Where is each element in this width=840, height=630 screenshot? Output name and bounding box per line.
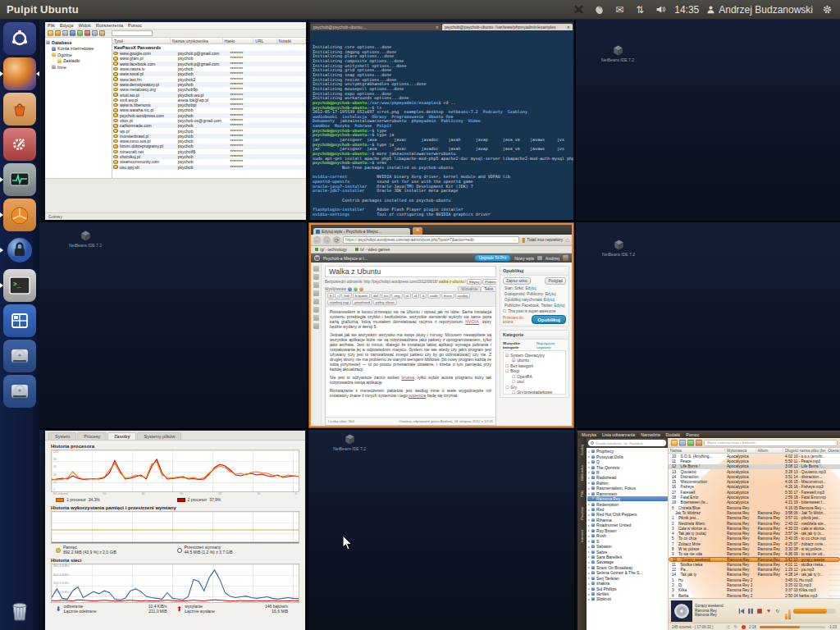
expander-icon[interactable]: ▸ <box>588 528 590 532</box>
track-row[interactable]: 1 HuRamona Rey 23:45 01 Hu.mp3☆☆☆☆☆ <box>669 578 840 582</box>
quicktag-button[interactable]: img <box>391 293 402 299</box>
track-row[interactable]: 9 To się nie udaRamona ReyRamona Rey4:36… <box>669 552 840 557</box>
menu-item[interactable]: Pomoc <box>686 432 699 437</box>
add-file-icon[interactable] <box>671 440 678 446</box>
save-database-icon[interactable] <box>62 30 68 36</box>
home-icon[interactable]: ⌂ <box>565 237 569 244</box>
col-name[interactable]: Nazwa <box>669 449 725 453</box>
new-database-icon[interactable] <box>48 30 53 36</box>
expander-icon[interactable]: ▸ <box>588 576 590 580</box>
track-rating[interactable]: ☆☆☆☆☆ <box>826 568 840 572</box>
new-post-button[interactable]: Nowy wpis <box>514 256 534 261</box>
add-audio-icon[interactable] <box>359 287 363 291</box>
delete-entry-icon[interactable] <box>84 30 90 36</box>
wordpress-logo-icon[interactable]: W <box>314 255 320 261</box>
track-row[interactable]: 5 To co chcęRamona ReyRamona Rey3:40 05 … <box>669 536 840 541</box>
track-row[interactable]: 18 Fatal ErrorApocalyptica2:59 18 - Fata… <box>669 495 840 500</box>
terminal-tab-1[interactable]: psychob@psychob-ubuntu:...✕ <box>311 24 441 30</box>
workspace-6[interactable]: NetBeans IDE 7.2 <box>576 222 840 428</box>
side-tab[interactable]: Playlisty <box>580 507 584 520</box>
menu-item[interactable]: Muzyka <box>582 432 596 437</box>
track-rating[interactable]: ☆☆☆☆☆ <box>826 563 840 567</box>
menu-item[interactable]: Plik <box>48 23 55 28</box>
expander-icon[interactable]: ▸ <box>588 523 590 527</box>
track-row[interactable]: 11 Słodka rzekaRamona ReyRamona Rey4:01 … <box>669 562 840 567</box>
volume-indicator-icon[interactable] <box>654 3 667 16</box>
artist-row[interactable]: ▸Rammstein <box>587 491 668 496</box>
quicktag-button[interactable]: link <box>341 293 352 299</box>
quicktag-button[interactable]: more <box>441 293 454 299</box>
category-checkbox[interactable]: ☐ <box>505 386 509 390</box>
copy-username-icon[interactable] <box>92 30 98 36</box>
launcher-system-tools[interactable] <box>3 128 36 161</box>
new-tab-button[interactable]: + <box>413 227 422 235</box>
menu-item[interactable]: Rozszerzenia <box>96 23 123 28</box>
track-rating[interactable]: ☆☆☆☆☆ <box>826 552 840 556</box>
session-gear-icon[interactable] <box>820 3 833 16</box>
workspace-1[interactable]: PlikEdycjaWidokRozszerzeniaPomoc Databas <box>39 20 307 221</box>
workspace-9[interactable]: MuzykaLista odtwarzaniaNarzędziaDodatkiP… <box>576 430 840 630</box>
track-row[interactable]: 11 PeaceApocalyptica5:50 11 - Peace.mp3 <box>669 459 840 463</box>
track-row[interactable]: 8 W tej polsceRamona ReyRamona Rey3:30 0… <box>669 546 840 551</box>
expander-icon[interactable]: ▸ <box>588 565 590 569</box>
menu-item[interactable]: Edycja <box>60 23 74 28</box>
col-length-file[interactable]: Długość nazwa pliku (bez ścieżki) <box>783 449 826 453</box>
comments-bubble-icon[interactable] <box>537 256 542 260</box>
quicktag-button[interactable]: ul <box>404 293 411 299</box>
reload-button[interactable]: ⟳ <box>333 236 340 244</box>
category-checkbox[interactable]: ☑ <box>512 358 515 363</box>
entry-row[interactable]: osu.ppy.shpsychob******** <box>112 165 306 170</box>
launcher-software-center[interactable] <box>3 93 36 126</box>
category-checkbox[interactable]: ☐ <box>505 369 509 373</box>
record-dot-icon[interactable] <box>742 625 746 629</box>
expander-icon[interactable]: ▸ <box>588 555 590 559</box>
menu-item[interactable]: Pomoc <box>128 23 142 28</box>
expander-icon[interactable]: ▸ <box>588 470 590 474</box>
terminal-output[interactable]: Initializing core options...doneInitiali… <box>310 30 573 220</box>
sysmon-tab[interactable]: Zasoby <box>107 432 136 440</box>
quicktag-button[interactable]: ol <box>412 293 419 299</box>
quicktag-button[interactable]: i <box>335 293 340 299</box>
edit-link[interactable]: Edytuj <box>544 298 555 302</box>
dashboard-icon[interactable] <box>313 266 319 272</box>
col-notes[interactable]: Notatki <box>277 39 306 43</box>
sysmon-tab[interactable]: Procesy <box>77 432 107 440</box>
track-rating[interactable]: ☆☆☆☆☆ <box>826 573 840 577</box>
keepassx-search-input[interactable] <box>112 30 153 36</box>
system-monitor-window[interactable]: SystemProcesyZasobySystemy plików Histor… <box>45 431 305 630</box>
netbeans-desktop-icon[interactable]: NetBeans IDE 7.2 <box>328 433 371 451</box>
col-rating[interactable]: Ocena <box>826 449 840 453</box>
side-tab[interactable]: Szukaj <box>580 445 584 455</box>
bookmark-item[interactable]: /v/ - video games <box>355 248 390 252</box>
col-url[interactable]: URL <box>253 39 276 43</box>
love-track-icon[interactable]: ♥ <box>765 608 772 614</box>
menu-item[interactable]: Widok <box>78 23 90 28</box>
add-video-icon[interactable] <box>354 287 358 291</box>
category-checkbox[interactable]: ☐ <box>512 390 515 395</box>
launcher-workspace-switcher[interactable] <box>3 304 36 337</box>
expander-icon[interactable]: ▸ <box>588 460 590 464</box>
bookmark-star-icon[interactable]: ☆ <box>513 237 517 243</box>
track-row[interactable]: 2 DjRamona Rey 23:25 02 Dj.mp3☆☆☆☆☆ <box>669 582 840 587</box>
bookmark-item[interactable]: /g/ - technology <box>315 248 347 252</box>
side-tab[interactable]: Internet <box>580 530 584 542</box>
edit-link[interactable]: Edytuj <box>525 286 536 290</box>
track-rating[interactable]: ☆☆☆☆☆ <box>826 547 840 551</box>
add-media-icon[interactable] <box>348 287 352 291</box>
track-row[interactable]: 19 Bittersweet (fe...Apocalyptica4:21 19… <box>669 500 840 505</box>
extension-label[interactable]: ▮Tidall inux repository <box>522 237 563 244</box>
checkbox[interactable]: ☐ <box>503 309 506 313</box>
tree-item[interactable]: Database <box>46 39 111 46</box>
expander-icon[interactable]: ▸ <box>588 481 590 485</box>
pages-icon[interactable] <box>313 299 319 304</box>
wp-site-menu[interactable]: Psychob-a Miejsce w I... <box>323 256 368 261</box>
track-row[interactable]: 12 Pa...Ramona ReyRamona Rey1:29 12 - pa… <box>669 568 840 573</box>
expander-icon[interactable]: ▸ <box>588 497 590 501</box>
side-tab[interactable]: Biblioteka <box>580 465 584 481</box>
quicktag-button[interactable]: pełny ekran <box>373 299 397 305</box>
expander-icon[interactable]: ▸ <box>588 560 590 564</box>
side-tab[interactable]: Pliki <box>580 491 584 497</box>
edit-entry-icon[interactable] <box>77 30 83 36</box>
expander-icon[interactable]: ▸ <box>588 513 590 517</box>
expander-icon[interactable]: ▸ <box>588 454 590 459</box>
